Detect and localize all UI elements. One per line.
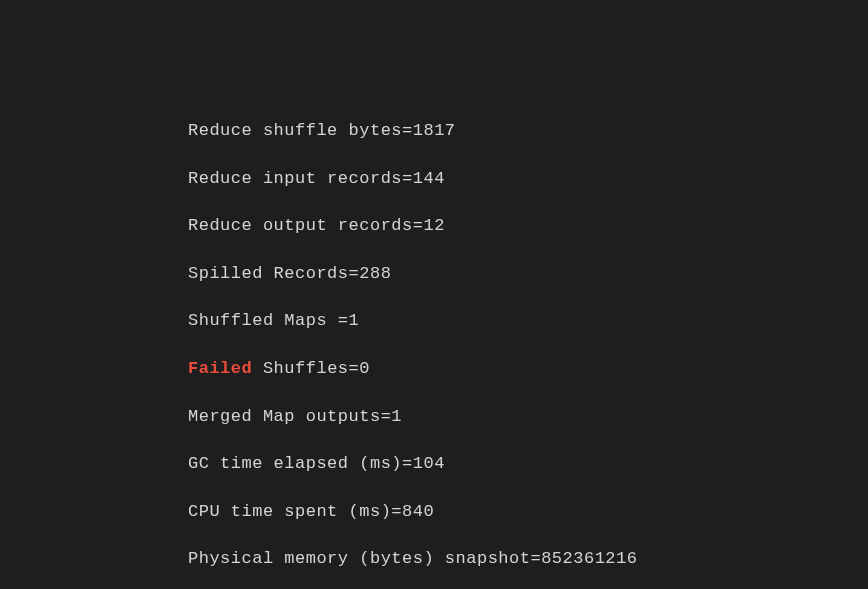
failed-keyword: Failed — [188, 359, 252, 378]
counter-line: Spilled Records=288 — [0, 262, 868, 286]
terminal-output: Reduce shuffle bytes=1817 Reduce input r… — [0, 95, 868, 589]
counter-line: Reduce output records=12 — [0, 214, 868, 238]
counter-line: Physical memory (bytes) snapshot=8523612… — [0, 547, 868, 571]
counter-line: GC time elapsed (ms)=104 — [0, 452, 868, 476]
failed-value: Shuffles=0 — [252, 359, 370, 378]
counter-line: Merged Map outputs=1 — [0, 405, 868, 429]
counter-line: Reduce input records=144 — [0, 167, 868, 191]
counter-line: CPU time spent (ms)=840 — [0, 500, 868, 524]
counter-line: Failed Shuffles=0 — [0, 357, 868, 381]
counter-line: Shuffled Maps =1 — [0, 309, 868, 333]
counter-line: Reduce shuffle bytes=1817 — [0, 119, 868, 143]
